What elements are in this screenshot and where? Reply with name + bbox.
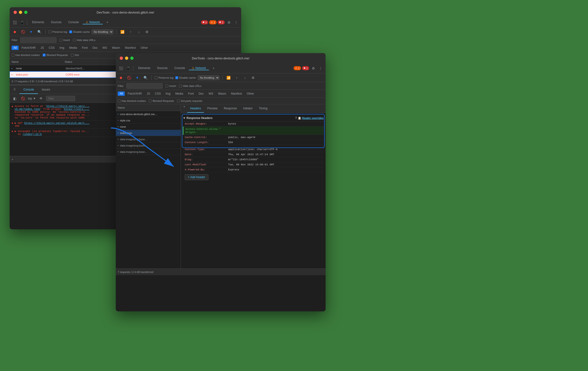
filter-all-1[interactable]: All bbox=[11, 46, 19, 50]
cursor-icon-2[interactable]: ⬛ bbox=[118, 65, 124, 71]
tab-headers[interactable]: Headers bbox=[187, 104, 204, 113]
table-row[interactable]: ▪ data:image/png;base... bbox=[116, 149, 181, 155]
close-button-2[interactable] bbox=[120, 56, 123, 60]
context-selector-1[interactable]: top ▼ bbox=[28, 97, 36, 100]
filter-js-2[interactable]: JS bbox=[145, 91, 152, 96]
table-row[interactable]: ▪ cors-demo-devtools.glitch.me... bbox=[116, 111, 181, 117]
question-icon[interactable]: ? bbox=[295, 116, 297, 120]
filter-input-1[interactable] bbox=[20, 37, 56, 43]
tab-issues-1[interactable]: Issues bbox=[38, 86, 54, 94]
tab-response[interactable]: Response bbox=[221, 104, 240, 113]
blocked-requests-checkbox-1[interactable]: ✓ Blocked Requests bbox=[43, 54, 68, 56]
more-icon-1[interactable]: ⋮ bbox=[233, 19, 239, 26]
throttle-select-2[interactable]: No throttling bbox=[198, 75, 220, 80]
wifi-icon-1[interactable]: 📶 bbox=[119, 29, 126, 35]
invert-checkbox-1[interactable]: Invert bbox=[59, 39, 70, 42]
tab-timing[interactable]: Timing bbox=[256, 104, 270, 113]
table-row[interactable]: ▪ todos.json bbox=[116, 130, 181, 136]
filter-media-1[interactable]: Media bbox=[67, 46, 79, 50]
disable-cache-checkbox-2[interactable]: ✓ Disable cache bbox=[175, 76, 196, 79]
import-settings-1[interactable]: ⚙ bbox=[144, 29, 150, 35]
hide-data-checkbox-1[interactable]: Hide data URLs bbox=[73, 39, 95, 42]
filter-media-2[interactable]: Media bbox=[173, 91, 185, 96]
cors-link-2[interactable]: ch.me/todos.json bbox=[15, 108, 40, 110]
clear-1[interactable]: 🚫 bbox=[20, 29, 26, 35]
tab-more-2[interactable]: » bbox=[210, 66, 217, 70]
third-party-checkbox-1[interactable]: 3rd- bbox=[71, 54, 80, 56]
search-icon-1[interactable]: 🔍 bbox=[36, 29, 42, 35]
mobile-icon[interactable]: 📱 bbox=[19, 19, 25, 26]
devtools-window-2[interactable]: DevTools - cors-demo-devtools.glitch.me/… bbox=[116, 53, 326, 311]
cors-link-3[interactable]: https://cors-... bbox=[64, 108, 89, 110]
close-panel-btn[interactable]: × bbox=[182, 104, 187, 109]
header-overrides-link[interactable]: 📋 Header overrides bbox=[298, 117, 324, 120]
minimize-button-2[interactable] bbox=[125, 56, 128, 60]
tab-sources-1[interactable]: Sources bbox=[48, 21, 64, 24]
download-icon-1[interactable]: ↓ bbox=[136, 29, 142, 35]
table-row[interactable]: ▪ data:image/png;base... bbox=[116, 142, 181, 149]
drag-handle-1[interactable]: ⠿ bbox=[10, 86, 20, 94]
filter-img-2[interactable]: Img bbox=[164, 91, 172, 96]
filter-ws-1[interactable]: WS bbox=[101, 46, 109, 50]
blocked-requests-checkbox-2[interactable]: Blocked Requests bbox=[149, 99, 174, 102]
download-icon-2[interactable]: ↓ bbox=[242, 75, 248, 81]
table-row[interactable]: ▪ none bbox=[116, 124, 181, 130]
filter-fetchxhr-2[interactable]: Fetch/XHR bbox=[126, 91, 144, 96]
table-row[interactable]: ▪ data:image/png;base... bbox=[116, 136, 181, 142]
import-settings-2[interactable]: ⚙ bbox=[250, 75, 256, 81]
tab-elements-1[interactable]: Elements bbox=[29, 21, 47, 24]
console-filter-input-1[interactable] bbox=[46, 96, 75, 101]
tab-console-panel-1[interactable]: Console bbox=[20, 86, 38, 94]
hide-data-checkbox-2[interactable]: Hide data URLs bbox=[179, 85, 202, 87]
tab-console-2[interactable]: Console bbox=[171, 66, 188, 70]
console-clear-icon-1[interactable]: 🚫 bbox=[20, 95, 26, 102]
has-blocked-checkbox-2[interactable]: Has blocked cookies bbox=[118, 99, 146, 102]
stop-recording-1[interactable]: ⏺ bbox=[11, 29, 18, 35]
filter-fetchxhr-1[interactable]: Fetch/XHR bbox=[20, 46, 38, 50]
search-icon-2[interactable]: 🔍 bbox=[142, 75, 148, 81]
filter-ws-2[interactable]: WS bbox=[207, 91, 215, 96]
upload-icon-1[interactable]: ↑ bbox=[127, 29, 134, 35]
more-icon-2[interactable]: ⋮ bbox=[317, 65, 324, 71]
third-party-checkbox-2[interactable]: 3rd-party requests bbox=[177, 99, 202, 102]
filter-all-2[interactable]: All bbox=[118, 91, 125, 96]
tab-sources-2[interactable]: Sources bbox=[154, 66, 170, 70]
tab-preview[interactable]: Preview bbox=[204, 104, 220, 113]
get-link-1[interactable]: https://third-party-server.glitch.me/t..… bbox=[24, 122, 89, 125]
upload-icon-2[interactable]: ↑ bbox=[234, 75, 240, 81]
filter-other-2[interactable]: Other bbox=[245, 91, 256, 96]
wifi-icon-2[interactable]: 📶 bbox=[225, 75, 232, 81]
tab-network-1[interactable]: ⚠ Network bbox=[83, 21, 103, 24]
maximize-button-1[interactable] bbox=[24, 11, 28, 14]
tab-console-1[interactable]: Console bbox=[65, 21, 82, 24]
add-header-button[interactable]: + Add header bbox=[185, 174, 208, 180]
filter-js-1[interactable]: JS bbox=[39, 46, 46, 50]
filter-font-2[interactable]: Font bbox=[186, 91, 196, 96]
has-blocked-checkbox-1[interactable]: Has blocked cookies bbox=[11, 54, 40, 56]
filter-css-1[interactable]: CSS bbox=[47, 46, 57, 50]
mobile-icon-2[interactable]: 📱 bbox=[125, 65, 131, 71]
tab-more-1[interactable]: » bbox=[104, 21, 111, 24]
filter-img-1[interactable]: Img bbox=[58, 46, 66, 50]
filter-doc-2[interactable]: Doc bbox=[197, 91, 206, 96]
close-button-1[interactable] bbox=[13, 11, 17, 14]
throttle-select-1[interactable]: No throttling bbox=[92, 29, 113, 34]
stop-recording-2[interactable]: ⏺ bbox=[118, 75, 124, 81]
filter-other-1[interactable]: Other bbox=[139, 46, 150, 50]
minimize-button-1[interactable] bbox=[19, 11, 22, 14]
maximize-button-2[interactable] bbox=[130, 56, 134, 60]
clear-2[interactable]: 🚫 bbox=[126, 75, 132, 81]
settings-icon-1[interactable]: ⚙ bbox=[226, 19, 232, 26]
disable-cache-checkbox-1[interactable]: ✓ Disable cache bbox=[69, 30, 90, 33]
filter-manifest-2[interactable]: Manifest bbox=[229, 91, 244, 96]
tab-network-2[interactable]: ⚠ Network bbox=[189, 66, 209, 70]
filter-font-1[interactable]: Font bbox=[80, 46, 89, 50]
filter-icon-1[interactable]: ▼ bbox=[28, 29, 34, 35]
console-eye-icon-1[interactable]: 👁 bbox=[38, 95, 44, 102]
cors-link-1[interactable]: https://third-party-serv... bbox=[47, 105, 89, 108]
tab-elements-2[interactable]: Elements bbox=[135, 66, 153, 70]
preserve-log-checkbox-1[interactable]: Preserve log bbox=[49, 30, 67, 33]
filter-wasm-2[interactable]: Wasm bbox=[216, 91, 228, 96]
preserve-log-checkbox-2[interactable]: Preserve log bbox=[155, 76, 173, 79]
filter-css-2[interactable]: CSS bbox=[153, 91, 163, 96]
